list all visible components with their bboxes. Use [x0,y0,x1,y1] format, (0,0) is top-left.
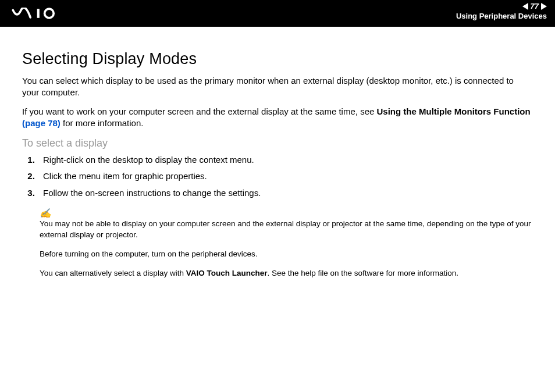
note-3: You can alternatively select a display w… [40,268,533,279]
steps-list: Right-click on the desktop to display th… [22,154,533,199]
note-1: You may not be able to display on your c… [40,219,533,241]
page-content: Selecting Display Modes You can select w… [0,27,555,279]
subheading: To select a display [22,137,533,149]
page-nav: 77 [456,2,547,10]
intro-paragraph-2: If you want to work on your computer scr… [22,106,533,130]
section-name: Using Peripheral Devices [456,12,547,20]
page-number: 77 [531,2,539,10]
step-2: Click the menu item for graphic properti… [37,170,533,182]
prev-page-icon[interactable] [522,3,528,10]
next-page-icon[interactable] [541,3,547,10]
svg-rect-0 [37,9,40,18]
page-title: Selecting Display Modes [22,50,533,68]
note-2: Before turning on the computer, turn on … [40,249,533,260]
intro-paragraph-1: You can select which display to be used … [22,75,533,99]
page-78-link[interactable]: (page 78) [22,118,61,128]
vaio-logo [12,8,65,19]
svg-point-1 [45,9,54,18]
step-3: Follow the on-screen instructions to cha… [37,187,533,199]
note-icon: ✍ [40,207,533,220]
note-block: ✍ You may not be able to display on your… [40,207,533,279]
step-1: Right-click on the desktop to display th… [37,154,533,166]
header-bar: 77 Using Peripheral Devices [0,0,555,27]
